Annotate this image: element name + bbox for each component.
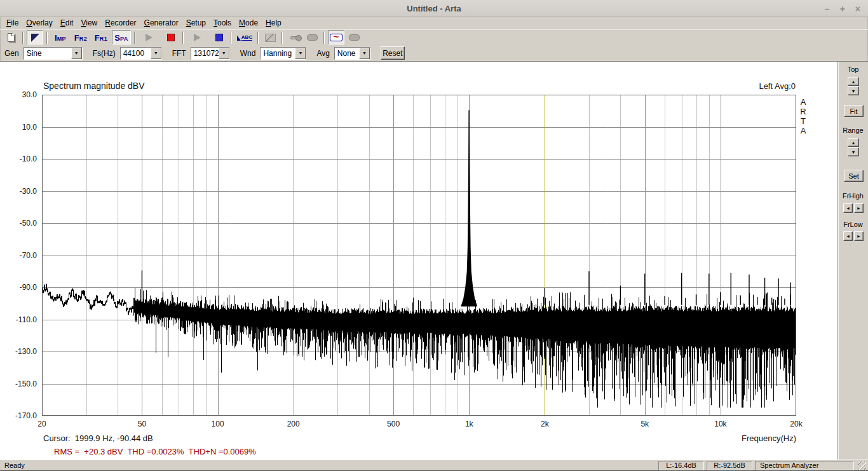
calibrate-abc-icon: ABC: [237, 34, 252, 41]
set-button[interactable]: Set: [844, 170, 864, 182]
dropdown-arrow-icon[interactable]: ▼: [295, 48, 306, 59]
sine-wave-icon: ~: [330, 34, 342, 41]
menu-file[interactable]: File: [3, 18, 22, 29]
mode-indicator: Spectrum Analyzer: [755, 461, 854, 470]
top-down-button[interactable]: ▼: [848, 86, 859, 95]
cursor-readout: Cursor: 1999.9 Hz, -90.44 dB: [43, 433, 153, 443]
generator-play-button[interactable]: [189, 31, 205, 44]
oval-icon: [349, 34, 360, 41]
mic-input-button[interactable]: [286, 31, 302, 44]
impulse-mode-button[interactable]: IMP: [51, 31, 70, 44]
toolbar-separator: [231, 32, 232, 44]
top-up-button[interactable]: ▲: [848, 77, 859, 86]
dropdown-arrow-icon[interactable]: ▼: [359, 48, 370, 59]
new-file-button[interactable]: [3, 31, 19, 44]
fit-button[interactable]: Fit: [844, 105, 864, 117]
x-tick-label: 1k: [455, 420, 483, 428]
settings-toolbar: Gen Sine ▼ Fs(Hz) 44100 ▼ FFT 131072 ▼ W…: [0, 45, 868, 61]
right-level-indicator: R:-92.5dB: [707, 461, 752, 470]
playback-play-button[interactable]: [140, 31, 157, 44]
client-area: Spectrum magnitude dBV Left Avg:0 30.010…: [0, 61, 868, 460]
y-tick-label: -110.0: [4, 315, 37, 324]
frhigh-right-button[interactable]: ►: [854, 203, 864, 213]
menu-generator[interactable]: Generator: [140, 18, 182, 29]
avg-label: Avg: [316, 49, 329, 58]
toolbar-separator: [134, 32, 135, 44]
toolbar-separator: [22, 32, 24, 44]
left-level-indicator: L:-16.4dB: [658, 461, 704, 470]
overlay-disabled-button: [262, 31, 278, 44]
frlow-label: FrLow: [838, 221, 868, 228]
oval-icon: [307, 34, 318, 41]
toolbar-separator: [46, 32, 48, 44]
range-label: Range: [838, 126, 868, 134]
menu-overlay[interactable]: Overlay: [22, 18, 56, 29]
new-file-icon: [8, 33, 15, 42]
y-tick-label: -30.0: [4, 187, 37, 196]
arta-window: Untitled - Arta – + × FileOverlayEditVie…: [0, 0, 868, 471]
x-tick-label: 100: [204, 420, 232, 428]
dropdown-arrow-icon[interactable]: ▼: [71, 48, 82, 59]
y-tick-label: -70.0: [4, 251, 37, 260]
play-icon: [146, 34, 153, 41]
background-color-toggle-button[interactable]: [27, 31, 43, 44]
menu-mode[interactable]: Mode: [235, 18, 262, 29]
toolbar-separator: [281, 32, 283, 44]
watermark-letter: A: [799, 126, 808, 135]
menu-help[interactable]: Help: [262, 18, 285, 29]
fft-size-select[interactable]: 131072 ▼: [191, 47, 230, 60]
dropdown-arrow-icon[interactable]: ▼: [219, 48, 229, 59]
rms-thd-readout: RMS = +20.3 dBV THD =0.0023% THD+N =0.00…: [54, 447, 256, 456]
range-down-button[interactable]: ▼: [848, 147, 859, 156]
sample-rate-select[interactable]: 44100 ▼: [120, 47, 162, 60]
microphone-icon: [290, 36, 299, 39]
frlow-left-button[interactable]: ◄: [843, 231, 853, 241]
menu-edit[interactable]: Edit: [57, 18, 78, 29]
menu-setup[interactable]: Setup: [182, 18, 210, 29]
frlow-right-button[interactable]: ►: [854, 231, 864, 241]
spectrum-canvas[interactable]: [42, 95, 796, 416]
title-bar[interactable]: Untitled - Arta – + ×: [0, 0, 868, 17]
generator-type-select[interactable]: Sine ▼: [24, 47, 83, 60]
y-tick-label: -130.0: [4, 347, 37, 356]
main-toolbar: IMP FR2 FR1 SPA ABC ~: [0, 29, 868, 45]
watermark-letter: T: [799, 116, 808, 126]
close-button[interactable]: ×: [855, 4, 860, 13]
calibrate-button[interactable]: ABC: [235, 31, 254, 44]
menu-recorder[interactable]: Recorder: [101, 18, 140, 29]
maximize-button[interactable]: +: [840, 4, 845, 13]
x-tick-label: 20: [28, 420, 56, 428]
triangle-icon: [31, 34, 39, 42]
resize-grip[interactable]: [858, 461, 866, 470]
y-tick-label: -90.0: [4, 283, 37, 292]
watermark-letter: R: [799, 107, 808, 116]
range-up-button[interactable]: ▲: [848, 138, 859, 147]
signal-generator-button[interactable]: ~: [328, 31, 344, 44]
spa-mode-button[interactable]: SPA: [112, 31, 131, 44]
x-tick-label: 10k: [707, 420, 735, 428]
y-tick-label: -10.0: [4, 154, 37, 163]
y-tick-label: 30.0: [4, 90, 37, 99]
fr1-mode-button[interactable]: FR1: [92, 31, 111, 44]
fr2-mode-button[interactable]: FR2: [71, 31, 90, 44]
plot-title: Spectrum magnitude dBV: [43, 81, 145, 91]
record-button[interactable]: [163, 31, 179, 44]
generator-stop-button[interactable]: [211, 31, 227, 44]
menu-bar: FileOverlayEditViewRecorderGeneratorSetu…: [0, 17, 868, 29]
spectrum-plot-panel: Spectrum magnitude dBV Left Avg:0 30.010…: [0, 62, 837, 460]
watermark-letter: A: [799, 97, 808, 107]
window-function-select[interactable]: Hanning ▼: [260, 47, 306, 60]
frhigh-left-button[interactable]: ◄: [843, 203, 853, 213]
menu-view[interactable]: View: [77, 18, 101, 29]
generator-disabled-button: [346, 31, 362, 44]
dropdown-arrow-icon[interactable]: ▼: [151, 48, 161, 59]
x-tick-label: 50: [128, 420, 156, 428]
menu-tools[interactable]: Tools: [210, 18, 235, 29]
averaging-select[interactable]: None ▼: [334, 47, 370, 60]
input-disabled-button: [304, 31, 320, 44]
reset-button[interactable]: Reset: [381, 46, 405, 60]
gen-label: Gen: [4, 49, 19, 58]
status-bar: Ready L:-16.4dB R:-92.5dB Spectrum Analy…: [0, 460, 868, 470]
fs-label: Fs(Hz): [93, 49, 116, 58]
minimize-button[interactable]: –: [825, 4, 830, 13]
